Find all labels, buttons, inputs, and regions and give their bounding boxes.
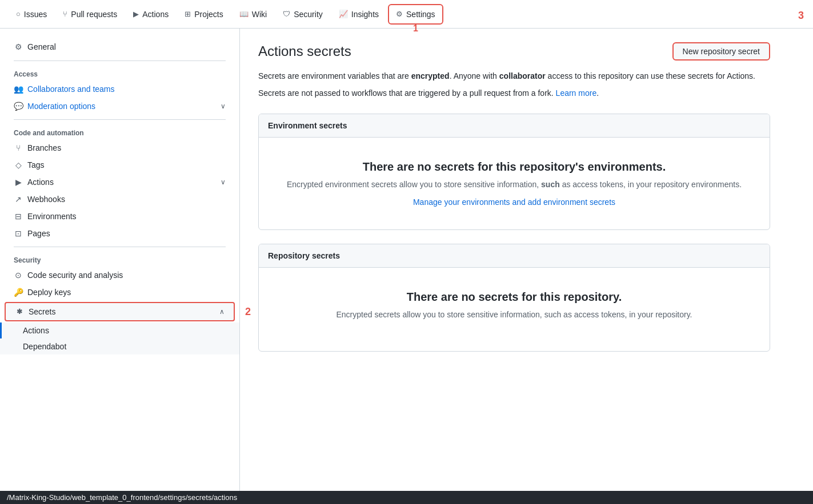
nav-pull-requests-label: Pull requests [71,10,117,19]
sidebar-item-deploy-keys[interactable]: 🔑 Deploy keys [0,284,239,301]
security-icon: 🛡 [283,10,290,18]
nav-security[interactable]: 🛡 Security [276,5,330,23]
sidebar-item-actions[interactable]: ▶ Actions ∨ [0,174,239,191]
environment-secrets-section: Environment secrets There are no secrets… [258,114,770,230]
moderation-icon: 💬 [14,102,23,111]
sidebar-pages-label: Pages [27,229,50,238]
manage-environments-link[interactable]: Manage your environments and add environ… [413,197,615,207]
environment-secrets-body: There are no secrets for this repository… [259,138,770,229]
sidebar-sub-item-secrets-actions[interactable]: Actions [0,322,239,338]
description-1: Secrets are environment variables that a… [258,70,770,82]
general-icon: ⚙ [14,42,23,51]
nav-issues[interactable]: ○ Issues [9,5,54,23]
collaborators-icon: 👥 [14,84,23,94]
pages-icon: ⊡ [14,229,23,238]
sidebar-moderation-label: Moderation options [27,102,95,111]
sidebar-section-access: Access [0,66,239,80]
status-bar-url: /Matrix-King-Studio/web_template_0_front… [7,493,237,502]
nav-insights[interactable]: 📈 Insights [332,5,386,23]
code-security-icon: ⊙ [14,271,23,280]
moderation-chevron-icon: ∨ [221,102,226,110]
actions-sidebar-icon: ▶ [14,178,23,187]
sidebar-divider-1 [14,61,226,61]
webhooks-icon: ↗ [14,195,23,204]
annotation-1: 1 [413,23,418,34]
sidebar-environments-label: Environments [27,212,77,221]
sidebar-actions-label: Actions [27,178,54,187]
sidebar-branches-label: Branches [27,143,61,152]
sidebar-general-label: General [27,42,56,51]
secrets-chevron-icon: ∧ [219,308,225,316]
sidebar-secrets-dependabot-label: Dependabot [23,342,66,351]
repository-secrets-section: Repository secrets There are no secrets … [258,244,770,351]
sidebar-item-environments[interactable]: ⊟ Environments [0,208,239,225]
environments-icon: ⊟ [14,212,23,221]
env-empty-desc: Encrypted environment secrets allow you … [273,178,756,191]
nav-security-label: Security [294,10,323,19]
projects-icon: ⊞ [185,10,191,18]
repo-empty-desc: Encrypted secrets allow you to store sen… [273,308,756,321]
secrets-icon: ✱ [15,308,24,316]
pull-requests-icon: ⑂ [63,10,67,18]
nav-settings[interactable]: ⚙ Settings [388,4,443,25]
repo-empty-title: There are no secrets for this repository… [273,291,756,304]
sidebar-tags-label: Tags [27,160,45,170]
page-header: Actions secrets New repository secret [258,42,770,61]
annotation-3: 3 [798,10,804,22]
sidebar-secrets-actions-label: Actions [23,326,49,335]
branches-icon: ⑂ [14,143,23,152]
sidebar-webhooks-label: Webhooks [27,195,65,204]
repository-secrets-body: There are no secrets for this repository… [259,268,770,350]
nav-wiki-label: Wiki [252,10,267,19]
nav-insights-label: Insights [351,10,379,19]
sidebar-section-code: Code and automation [0,124,239,139]
top-navigation: ○ Issues ⑂ Pull requests ▶ Actions ⊞ Pro… [0,0,813,29]
sidebar: ⚙ General Access 👥 Collaborators and tea… [0,29,240,504]
deploy-keys-icon: 🔑 [14,288,23,297]
sidebar-item-secrets[interactable]: ✱ Secrets ∧ [5,302,235,321]
sidebar-item-branches[interactable]: ⑂ Branches [0,139,239,156]
sidebar-deploy-keys-label: Deploy keys [27,288,71,297]
sidebar-code-security-label: Code security and analysis [27,271,123,280]
nav-actions-label: Actions [142,10,169,19]
sidebar-sub-item-secrets-dependabot[interactable]: Dependabot [0,338,239,354]
nav-issues-label: Issues [24,10,47,19]
issues-icon: ○ [16,10,21,18]
status-bar: /Matrix-King-Studio/web_template_0_front… [0,491,813,504]
wiki-icon: 📖 [239,10,249,18]
sidebar-divider-3 [14,247,226,247]
description-2: Secrets are not passed to workflows that… [258,87,770,99]
sidebar-item-moderation[interactable]: 💬 Moderation options ∨ [0,98,239,115]
actions-chevron-icon: ∨ [221,178,226,186]
sidebar-item-tags[interactable]: ◇ Tags [0,156,239,174]
sidebar-item-webhooks[interactable]: ↗ Webhooks [0,191,239,208]
tags-icon: ◇ [14,160,23,170]
environment-secrets-header: Environment secrets [259,114,770,138]
learn-more-link[interactable]: Learn more [556,88,597,98]
sidebar-item-code-security[interactable]: ⊙ Code security and analysis [0,267,239,284]
repository-secrets-header: Repository secrets [259,244,770,268]
nav-wiki[interactable]: 📖 Wiki [233,5,274,23]
new-repository-secret-button[interactable]: New repository secret [672,42,770,61]
sidebar-item-pages[interactable]: ⊡ Pages [0,225,239,242]
sidebar-divider-2 [14,119,226,120]
settings-icon: ⚙ [396,10,403,18]
env-empty-title: There are no secrets for this repository… [273,160,756,174]
main-content: Actions secrets New repository secret Se… [240,29,788,504]
sidebar-collaborators-label: Collaborators and teams [27,84,115,94]
page-title: Actions secrets [258,43,351,59]
nav-settings-label: Settings [406,10,435,19]
annotation-2: 2 [245,306,251,318]
nav-actions[interactable]: ▶ Actions [126,5,175,23]
insights-icon: 📈 [339,10,348,18]
sidebar-section-security: Security [0,252,239,267]
sidebar-item-collaborators[interactable]: 👥 Collaborators and teams [0,80,239,98]
sidebar-item-general[interactable]: ⚙ General [0,38,239,56]
page-layout: ⚙ General Access 👥 Collaborators and tea… [0,29,813,504]
nav-projects[interactable]: ⊞ Projects [178,5,230,23]
actions-icon: ▶ [133,10,139,18]
nav-projects-label: Projects [194,10,223,19]
nav-pull-requests[interactable]: ⑂ Pull requests [56,5,124,23]
sidebar-secrets-label: Secrets [29,307,55,316]
